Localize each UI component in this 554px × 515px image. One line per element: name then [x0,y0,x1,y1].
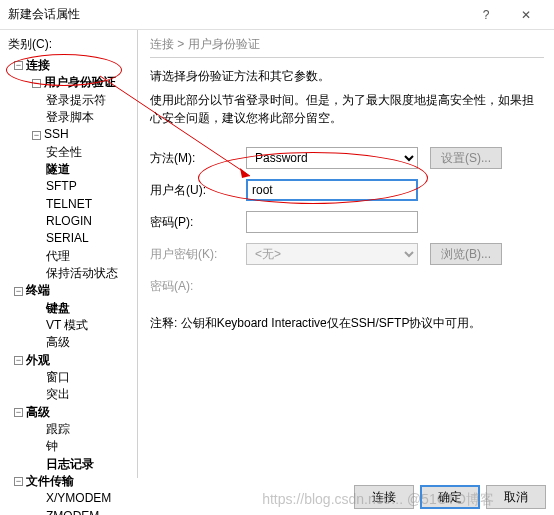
method-select[interactable]: Password [246,147,418,169]
close-button[interactable]: ✕ [506,0,546,30]
tree-advanced-t[interactable]: 高级 [4,334,137,351]
tree-terminal[interactable]: −终端 [4,282,137,299]
tree-logging[interactable]: 日志记录 [4,456,137,473]
userkey-select: <无> [246,243,418,265]
cancel-button[interactable]: 取消 [486,485,546,509]
connect-button[interactable]: 连接 [354,485,414,509]
tree-trace[interactable]: 跟踪 [4,421,137,438]
tree-filetransfer[interactable]: −文件传输 [4,473,137,490]
window-title: 新建会话属性 [8,6,466,23]
tree-keyboard[interactable]: 键盘 [4,300,137,317]
tree-login-prompt[interactable]: 登录提示符 [4,92,137,109]
tree-ssh[interactable]: −SSH [4,126,137,143]
dialog-footer: 连接 确定 取消 [354,485,546,509]
tree-keepalive[interactable]: 保持活动状态 [4,265,137,282]
category-panel: 类别(C): −连接 −用户身份验证 登录提示符 登录脚本 −SSH 安全性 隧… [0,30,138,478]
tree-proxy[interactable]: 代理 [4,248,137,265]
content-panel: 连接 > 用户身份验证 请选择身份验证方法和其它参数。 使用此部分以节省登录时间… [138,30,554,478]
help-button[interactable]: ? [466,0,506,30]
username-input[interactable] [246,179,418,201]
browse-button[interactable]: 浏览(B)... [430,243,502,265]
tree-xymodem[interactable]: X/YMODEM [4,490,137,507]
note-text: 注释: 公钥和Keyboard Interactive仅在SSH/SFTP协议中… [150,315,544,332]
tree-bell[interactable]: 钟 [4,438,137,455]
description-2: 使用此部分以节省登录时间。但是，为了最大限度地提高安全性，如果担心安全问题，建议… [150,91,544,127]
tree-telnet[interactable]: TELNET [4,196,137,213]
tree-appearance[interactable]: −外观 [4,352,137,369]
tree-login-script[interactable]: 登录脚本 [4,109,137,126]
title-bar: 新建会话属性 ? ✕ [0,0,554,30]
username-label: 用户名(U): [150,182,246,199]
tree-connection[interactable]: −连接 [4,57,137,74]
passphrase-label: 密码(A): [150,278,246,295]
method-label: 方法(M): [150,150,246,167]
divider [150,57,544,58]
password-input[interactable] [246,211,418,233]
tree-sftp[interactable]: SFTP [4,178,137,195]
tree-advanced[interactable]: −高级 [4,404,137,421]
tree-highlight[interactable]: 突出 [4,386,137,403]
settings-button[interactable]: 设置(S)... [430,147,502,169]
userkey-label: 用户密钥(K): [150,246,246,263]
tree-serial[interactable]: SERIAL [4,230,137,247]
description: 请选择身份验证方法和其它参数。 [150,68,544,85]
tree-rlogin[interactable]: RLOGIN [4,213,137,230]
tree-auth[interactable]: −用户身份验证 [4,74,137,91]
category-label: 类别(C): [8,36,137,53]
tree-security[interactable]: 安全性 [4,144,137,161]
tree-window[interactable]: 窗口 [4,369,137,386]
tree-tunnel[interactable]: 隧道 [4,161,137,178]
tree-vtmode[interactable]: VT 模式 [4,317,137,334]
ok-button[interactable]: 确定 [420,485,480,509]
category-tree: −连接 −用户身份验证 登录提示符 登录脚本 −SSH 安全性 隧道 SFTP … [4,57,137,515]
tree-zmodem[interactable]: ZMODEM [4,508,137,515]
password-label: 密码(P): [150,214,246,231]
breadcrumb: 连接 > 用户身份验证 [150,36,544,53]
